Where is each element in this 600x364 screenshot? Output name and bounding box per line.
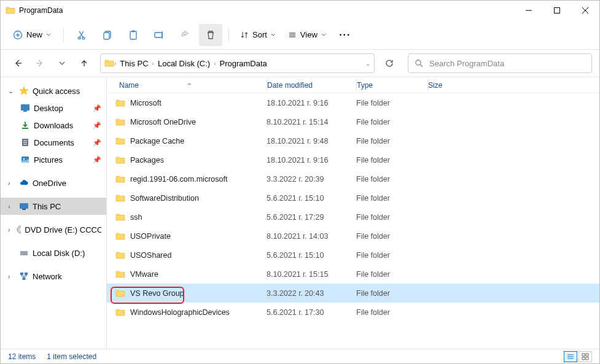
sort-button[interactable]: Sort xyxy=(235,26,281,43)
rename-button[interactable] xyxy=(147,24,171,46)
cut-button[interactable] xyxy=(70,24,93,46)
file-date: 18.10.2021 г. 9:48 xyxy=(267,137,356,145)
drive-icon xyxy=(19,248,29,258)
file-type: File folder xyxy=(356,194,427,203)
search-input[interactable]: Search ProgramData xyxy=(408,53,592,73)
svg-rect-23 xyxy=(23,110,27,112)
titlebar: ProgramData xyxy=(1,1,599,20)
chevron-right-icon: › xyxy=(8,203,15,210)
sidebar-quickaccess[interactable]: ⌄Quick access xyxy=(1,82,106,99)
svg-line-21 xyxy=(420,64,423,67)
view-button[interactable]: View xyxy=(283,26,331,43)
sidebar-label: Network xyxy=(33,272,62,281)
folder-icon xyxy=(115,288,125,298)
icons-view-toggle[interactable] xyxy=(579,351,592,362)
sidebar-onedrive[interactable]: ›OneDrive xyxy=(1,174,106,192)
up-button[interactable] xyxy=(74,53,94,73)
pin-icon: 📌 xyxy=(93,156,101,164)
back-button[interactable] xyxy=(8,53,28,73)
delete-button[interactable] xyxy=(199,24,222,46)
svg-rect-38 xyxy=(23,277,26,280)
minimize-button[interactable] xyxy=(515,1,543,20)
details-view-toggle[interactable] xyxy=(564,351,577,362)
new-icon xyxy=(13,30,23,40)
svg-rect-31 xyxy=(22,209,26,210)
column-name[interactable]: Name⌃ xyxy=(107,81,267,90)
main: ⌄Quick access Desktop📌 Downloads📌 Docume… xyxy=(1,77,599,349)
close-button[interactable] xyxy=(571,1,599,20)
view-icon xyxy=(288,31,297,39)
file-type: File folder xyxy=(356,118,427,126)
divider xyxy=(63,28,64,42)
download-icon xyxy=(20,120,30,130)
table-row[interactable]: Microsoft 18.10.2021 г. 9:16 File folder xyxy=(107,93,599,112)
folder-icon xyxy=(115,231,125,241)
file-name: VMware xyxy=(130,270,158,279)
pc-icon xyxy=(19,201,29,211)
svg-rect-22 xyxy=(21,104,29,110)
disc-icon xyxy=(16,225,21,234)
maximize-button[interactable] xyxy=(543,1,571,20)
table-row[interactable]: Microsoft OneDrive 8.10.2021 г. 15:14 Fi… xyxy=(107,112,599,131)
sidebar-pictures[interactable]: Pictures📌 xyxy=(1,151,106,168)
table-row[interactable]: WindowsHolographicDevices 5.6.2021 г. 17… xyxy=(107,303,599,322)
new-label: New xyxy=(26,30,42,39)
file-name: VS Revo Group xyxy=(130,289,184,298)
file-type: File folder xyxy=(356,232,427,241)
table-row[interactable]: Package Cache 18.10.2021 г. 9:48 File fo… xyxy=(107,131,599,150)
file-type: File folder xyxy=(356,251,427,260)
sidebar-label: This PC xyxy=(33,202,61,211)
file-date: 18.10.2021 г. 9:16 xyxy=(267,156,356,165)
refresh-button[interactable] xyxy=(380,53,399,73)
folder-icon xyxy=(104,58,114,68)
sidebar-documents[interactable]: Documents📌 xyxy=(1,134,106,151)
table-row[interactable]: ssh 5.6.2021 г. 17:29 File folder xyxy=(107,207,599,227)
network-icon xyxy=(19,271,29,281)
file-type: File folder xyxy=(356,213,427,222)
sidebar-downloads[interactable]: Downloads📌 xyxy=(1,117,106,134)
sidebar-localdisk[interactable]: Local Disk (D:) xyxy=(1,244,106,261)
table-row[interactable]: USOShared 5.6.2021 г. 15:10 File folder xyxy=(107,246,599,265)
column-type[interactable]: Type xyxy=(357,81,427,90)
copy-button[interactable] xyxy=(96,24,119,46)
recent-button[interactable] xyxy=(52,53,72,73)
svg-rect-43 xyxy=(586,354,588,356)
sidebar-thispc[interactable]: ›This PC xyxy=(1,198,106,215)
sidebar-dvd[interactable]: ›DVD Drive (E:) CCCOMA_X64FRE_EN xyxy=(1,221,106,238)
table-row[interactable]: VS Revo Group 3.3.2022 г. 20:43 File fol… xyxy=(107,284,599,303)
forward-button[interactable] xyxy=(30,53,50,73)
breadcrumb-item[interactable]: This PC xyxy=(116,56,152,71)
svg-rect-37 xyxy=(25,273,28,275)
sidebar-desktop[interactable]: Desktop📌 xyxy=(1,99,106,117)
table-row[interactable]: VMware 8.10.2021 г. 15:15 File folder xyxy=(107,265,599,284)
address-bar[interactable]: › This PC › Local Disk (C:) › ProgramDat… xyxy=(100,53,375,73)
window-title: ProgramData xyxy=(19,6,63,15)
file-name: Packages xyxy=(130,156,164,165)
view-label: View xyxy=(300,30,318,39)
svg-rect-34 xyxy=(20,251,28,255)
pin-icon: 📌 xyxy=(93,139,101,147)
table-row[interactable]: SoftwareDistribution 5.6.2021 г. 15:10 F… xyxy=(107,188,599,207)
sidebar-label: Downloads xyxy=(34,121,73,130)
table-row[interactable]: USOPrivate 8.10.2021 г. 14:03 File folde… xyxy=(107,227,599,246)
table-row[interactable]: Packages 18.10.2021 г. 9:16 File folder xyxy=(107,150,599,169)
folder-icon xyxy=(115,193,125,203)
breadcrumb-item[interactable]: Local Disk (C:) xyxy=(154,56,214,71)
file-type: File folder xyxy=(356,156,427,165)
file-name: USOShared xyxy=(130,251,171,260)
breadcrumb-item[interactable]: ProgramData xyxy=(216,56,271,71)
more-button[interactable]: ··· xyxy=(333,24,357,46)
sidebar-label: OneDrive xyxy=(33,179,66,188)
share-button[interactable] xyxy=(173,24,197,46)
chevron-down-icon[interactable]: ⌄ xyxy=(365,60,370,67)
item-count: 12 items xyxy=(8,352,36,361)
paste-button[interactable] xyxy=(122,24,145,46)
column-size[interactable]: Size xyxy=(428,81,599,90)
new-button[interactable]: New xyxy=(7,26,57,44)
column-date[interactable]: Date modified xyxy=(267,81,356,90)
toolbar: New Sort View ··· xyxy=(1,20,599,50)
table-row[interactable]: regid.1991-06.com.microsoft 3.3.2022 г. … xyxy=(107,169,599,188)
svg-rect-36 xyxy=(20,273,23,275)
folder-icon xyxy=(115,174,125,184)
sidebar-network[interactable]: ›Network xyxy=(1,268,106,285)
